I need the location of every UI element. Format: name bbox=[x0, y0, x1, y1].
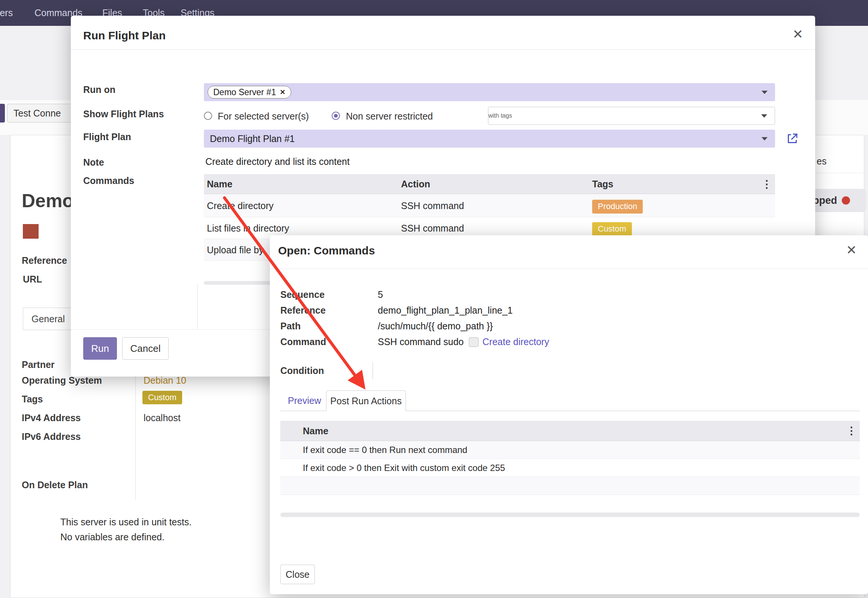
color-swatch[interactable] bbox=[23, 224, 39, 239]
col-header-action[interactable]: Action bbox=[398, 174, 589, 194]
flight-plan-select[interactable]: Demo Flight Plan #1 bbox=[204, 130, 775, 148]
server-chip[interactable]: Demo Server #1 ✕ bbox=[208, 86, 291, 99]
primary-button-fragment[interactable] bbox=[0, 104, 5, 123]
os-value-link[interactable]: Debian 10 bbox=[144, 375, 186, 386]
open-commands-modal: Open: Commands ✕ Sequence 5 Reference de… bbox=[270, 235, 868, 594]
tag-badge[interactable]: Custom bbox=[592, 222, 632, 236]
reference-label: Reference bbox=[22, 255, 67, 266]
os-label: Operating System bbox=[22, 375, 102, 386]
pane-divider bbox=[197, 284, 198, 329]
tags-label: Tags bbox=[22, 394, 43, 405]
url-label: URL bbox=[23, 274, 42, 285]
kebab-icon[interactable] bbox=[762, 174, 772, 194]
external-link-icon[interactable] bbox=[786, 132, 799, 145]
table-row[interactable]: Create directory SSH command Production bbox=[204, 194, 775, 217]
unit-test-note-line1: This server is used in unit tests. bbox=[60, 517, 192, 528]
partner-label: Partner bbox=[22, 359, 55, 370]
chevron-down-icon[interactable] bbox=[761, 114, 767, 118]
note-value: Create directory and list its content bbox=[205, 156, 350, 167]
with-tags-select[interactable]: with tags bbox=[488, 107, 775, 125]
status-label-fragment: pped bbox=[813, 195, 837, 206]
unit-test-note-line2: No variables are defined. bbox=[60, 532, 165, 543]
commands-modal-header-divider bbox=[270, 269, 868, 269]
command-label: Command bbox=[280, 336, 326, 347]
commands-label: Commands bbox=[83, 175, 134, 186]
cell-name[interactable]: If exit code == 0 then Run next command bbox=[280, 441, 860, 459]
kebab-icon[interactable] bbox=[846, 421, 857, 441]
with-tags-placeholder: with tags bbox=[488, 107, 775, 124]
flight-plan-value: Demo Flight Plan #1 bbox=[204, 130, 775, 148]
ipv4-value: localhost bbox=[144, 413, 181, 423]
cell-action[interactable]: SSH command bbox=[398, 194, 589, 217]
sequence-value: 5 bbox=[378, 289, 383, 300]
horizontal-scrollbar[interactable] bbox=[280, 513, 860, 517]
chevron-down-icon[interactable] bbox=[762, 137, 768, 141]
post-run-actions-table: Name If exit code == 0 then Run next com… bbox=[280, 421, 860, 495]
form-column-divider bbox=[135, 358, 136, 500]
radio-non-server-restricted-label[interactable]: Non server restricted bbox=[346, 111, 433, 122]
show-flight-plans-label: Show Flight Plans bbox=[83, 109, 164, 120]
run-modal-header-divider bbox=[71, 49, 815, 50]
chip-remove-icon[interactable]: ✕ bbox=[280, 88, 285, 96]
on-delete-plan-label: On Delete Plan bbox=[22, 480, 88, 490]
tab-general[interactable]: General bbox=[23, 308, 72, 330]
ipv4-label: IPv4 Address bbox=[22, 413, 81, 423]
condition-label: Condition bbox=[280, 365, 324, 376]
status-stopped-icon bbox=[842, 196, 850, 205]
server-tag-badge[interactable]: Custom bbox=[142, 391, 182, 404]
table-row[interactable]: If exit code > 0 then Exit with custom e… bbox=[280, 459, 860, 477]
run-modal-close-icon[interactable]: ✕ bbox=[793, 28, 804, 40]
command-link[interactable]: Create directory bbox=[482, 336, 549, 347]
tab-post-run-actions[interactable]: Post Run Actions bbox=[326, 390, 406, 411]
command-value: SSH command sudoCreate directory bbox=[378, 336, 549, 347]
test-connection-button[interactable]: Test Conne bbox=[7, 104, 75, 123]
cancel-button[interactable]: Cancel bbox=[122, 337, 169, 360]
radio-selected-servers[interactable] bbox=[204, 112, 212, 120]
tag-badge[interactable]: Production bbox=[592, 200, 643, 213]
col-header-tags[interactable]: Tags bbox=[589, 174, 775, 194]
radio-selected-servers-label[interactable]: For selected server(s) bbox=[218, 111, 309, 122]
col-header-name[interactable]: Name bbox=[204, 174, 398, 194]
table-header-row: Name bbox=[280, 421, 860, 441]
commands-modal-title: Open: Commands bbox=[278, 244, 375, 257]
note-label: Note bbox=[83, 157, 104, 168]
chevron-down-icon[interactable] bbox=[762, 91, 768, 94]
screen: Servers Commands Files Tools Settings Te… bbox=[0, 0, 868, 598]
radio-non-server-restricted[interactable] bbox=[332, 112, 340, 120]
reference-value: demo_flight_plan_1_plan_line_1 bbox=[378, 305, 513, 316]
run-on-field[interactable]: Demo Server #1 ✕ bbox=[204, 83, 775, 101]
sequence-label: Sequence bbox=[280, 289, 325, 300]
run-button[interactable]: Run bbox=[83, 337, 117, 360]
tab-preview[interactable]: Preview bbox=[288, 390, 321, 411]
menu-servers[interactable]: Servers bbox=[0, 7, 13, 18]
commands-modal-close-icon[interactable]: ✕ bbox=[846, 244, 857, 256]
empty-table-row bbox=[280, 477, 860, 495]
command-text: SSH command sudo bbox=[378, 336, 464, 347]
table-header-row: Name Action Tags bbox=[204, 174, 775, 194]
path-label: Path bbox=[280, 321, 301, 332]
reference-label: Reference bbox=[280, 305, 326, 316]
table-row[interactable]: If exit code == 0 then Run next command bbox=[280, 441, 860, 459]
close-button[interactable]: Close bbox=[280, 565, 315, 584]
flight-plan-label: Flight Plan bbox=[83, 132, 131, 142]
right-header-divider bbox=[816, 173, 865, 173]
right-header-text-fragment: es bbox=[817, 156, 826, 167]
run-on-label: Run on bbox=[83, 84, 115, 95]
ipv6-label: IPv6 Address bbox=[22, 431, 81, 442]
server-heading: Demo bbox=[22, 190, 74, 212]
cell-name[interactable]: Create directory bbox=[204, 194, 398, 217]
server-status-badge[interactable]: pped bbox=[806, 189, 866, 212]
cell-name[interactable]: If exit code > 0 then Exit with custom e… bbox=[280, 459, 860, 477]
run-modal-title: Run Flight Plan bbox=[83, 29, 166, 42]
col-header-name[interactable]: Name bbox=[280, 421, 860, 441]
path-value: /such/much/{{ demo_path }} bbox=[378, 321, 493, 332]
command-checkbox[interactable] bbox=[469, 337, 479, 347]
server-chip-label: Demo Server #1 bbox=[213, 87, 276, 97]
condition-field-divider bbox=[373, 362, 373, 379]
